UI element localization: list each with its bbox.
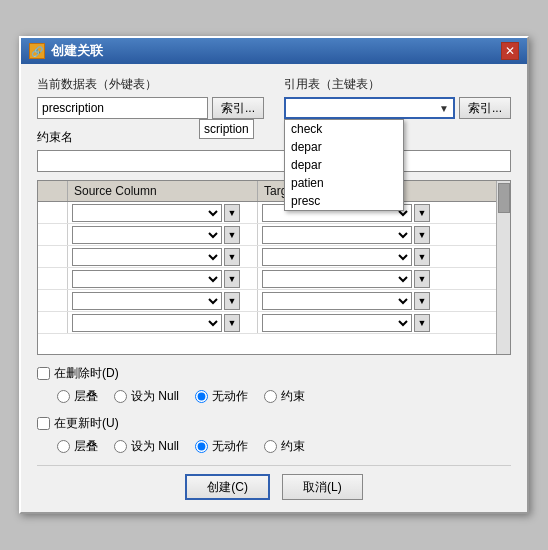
create-button[interactable]: 创建(C) [185, 474, 270, 500]
dialog-body: 当前数据表（外键表） 索引... 引用表（主键表） ▼ [21, 64, 527, 512]
constraint-section: 约束名 [37, 129, 511, 180]
table-section: 当前数据表（外键表） 索引... 引用表（主键表） ▼ [37, 76, 511, 119]
source-cell-3: ▼ [68, 246, 258, 267]
on-update-checkbox[interactable] [37, 417, 50, 430]
source-dropdown-btn-4[interactable]: ▼ [224, 270, 240, 288]
left-table-section: 当前数据表（外键表） 索引... [37, 76, 264, 119]
update-restrict[interactable]: 约束 [264, 438, 305, 455]
dialog-icon: 🔗 [29, 43, 45, 59]
target-select-3[interactable] [262, 248, 412, 266]
table-row: ▼ ▼ [38, 246, 510, 268]
col-header-source: Source Column [68, 181, 258, 201]
table-row: ▼ ▼ [38, 312, 510, 334]
source-select-1[interactable] [72, 204, 222, 222]
right-table-dropdown-container: ▼ check depar depar patien presc scripti… [284, 97, 455, 119]
left-table-input[interactable] [37, 97, 208, 119]
update-no-action[interactable]: 无动作 [195, 438, 248, 455]
table-row: ▼ ▼ [38, 290, 510, 312]
cancel-button[interactable]: 取消(L) [282, 474, 363, 500]
delete-restrict[interactable]: 约束 [264, 388, 305, 405]
on-delete-label: 在删除时(D) [54, 365, 119, 382]
row-num [38, 268, 68, 289]
constraint-label: 约束名 [37, 129, 511, 146]
update-set-null[interactable]: 设为 Null [114, 438, 179, 455]
delete-set-null[interactable]: 设为 Null [114, 388, 179, 405]
on-update-label: 在更新时(U) [54, 415, 119, 432]
target-dropdown-btn-6[interactable]: ▼ [414, 314, 430, 332]
row-num [38, 246, 68, 267]
row-num [38, 202, 68, 223]
source-cell-2: ▼ [68, 224, 258, 245]
update-cascade[interactable]: 层叠 [57, 438, 98, 455]
col-header-num [38, 181, 68, 201]
target-dropdown-btn-4[interactable]: ▼ [414, 270, 430, 288]
table-row: ▼ ▼ [38, 268, 510, 290]
right-table-dropdown[interactable]: ▼ [284, 97, 455, 119]
dropdown-item-check[interactable]: check [285, 120, 403, 138]
source-dropdown-btn-1[interactable]: ▼ [224, 204, 240, 222]
source-select-3[interactable] [72, 248, 222, 266]
source-select-2[interactable] [72, 226, 222, 244]
source-cell-1: ▼ [68, 202, 258, 223]
target-cell-2: ▼ [258, 224, 510, 245]
target-dropdown-btn-2[interactable]: ▼ [414, 226, 430, 244]
table-header: Source Column Target Colum [38, 181, 510, 202]
target-select-6[interactable] [262, 314, 412, 332]
on-delete-options: 层叠 设为 Null 无动作 约束 [57, 388, 511, 405]
source-select-6[interactable] [72, 314, 222, 332]
target-cell-3: ▼ [258, 246, 510, 267]
row-num [38, 224, 68, 245]
target-select-4[interactable] [262, 270, 412, 288]
bottom-buttons: 创建(C) 取消(L) [37, 465, 511, 500]
dropdown-item-presc[interactable]: presc [285, 192, 403, 210]
source-cell-4: ▼ [68, 268, 258, 289]
row-num [38, 312, 68, 333]
target-select-5[interactable] [262, 292, 412, 310]
source-dropdown-btn-3[interactable]: ▼ [224, 248, 240, 266]
target-cell-4: ▼ [258, 268, 510, 289]
delete-cascade[interactable]: 层叠 [57, 388, 98, 405]
left-table-label: 当前数据表（外键表） [37, 76, 264, 93]
on-delete-checkbox[interactable] [37, 367, 50, 380]
on-delete-row: 在删除时(D) [37, 365, 511, 382]
table-row: ▼ ▼ [38, 202, 510, 224]
scrollbar-thumb[interactable] [498, 183, 510, 213]
title-bar: 🔗 创建关联 ✕ [21, 38, 527, 64]
close-button[interactable]: ✕ [501, 42, 519, 60]
dropdown-item-patien[interactable]: patien [285, 174, 403, 192]
target-dropdown-btn-1[interactable]: ▼ [414, 204, 430, 222]
table-row: ▼ ▼ [38, 224, 510, 246]
delete-no-action[interactable]: 无动作 [195, 388, 248, 405]
source-dropdown-btn-6[interactable]: ▼ [224, 314, 240, 332]
right-table-label: 引用表（主键表） [284, 76, 511, 93]
create-relation-dialog: 🔗 创建关联 ✕ 当前数据表（外键表） 索引... 引用表（主键表） [19, 36, 529, 514]
right-index-button[interactable]: 索引... [459, 97, 511, 119]
vertical-scrollbar[interactable] [496, 181, 510, 354]
on-update-row: 在更新时(U) [37, 415, 511, 432]
target-cell-6: ▼ [258, 312, 510, 333]
dropdown-menu: check depar depar patien presc [284, 119, 404, 211]
source-select-5[interactable] [72, 292, 222, 310]
source-select-4[interactable] [72, 270, 222, 288]
chevron-down-icon: ▼ [439, 103, 449, 114]
target-cell-5: ▼ [258, 290, 510, 311]
target-select-2[interactable] [262, 226, 412, 244]
left-table-input-row: 索引... [37, 97, 264, 119]
dropdown-item-depar2[interactable]: depar [285, 156, 403, 174]
prescription-overlay: scription [199, 119, 254, 139]
dropdown-item-depar1[interactable]: depar [285, 138, 403, 156]
on-update-options: 层叠 设为 Null 无动作 约束 [57, 438, 511, 455]
source-cell-5: ▼ [68, 290, 258, 311]
constraint-input[interactable] [37, 150, 511, 172]
source-dropdown-btn-2[interactable]: ▼ [224, 226, 240, 244]
left-index-button[interactable]: 索引... [212, 97, 264, 119]
column-table: Source Column Target Colum ▼ ▼ [37, 180, 511, 355]
right-table-input-row: ▼ check depar depar patien presc scripti… [284, 97, 511, 119]
right-table-section: 引用表（主键表） ▼ check depar depar patien [284, 76, 511, 119]
dialog-title: 创建关联 [51, 42, 103, 60]
row-num [38, 290, 68, 311]
source-cell-6: ▼ [68, 312, 258, 333]
target-dropdown-btn-5[interactable]: ▼ [414, 292, 430, 310]
target-dropdown-btn-3[interactable]: ▼ [414, 248, 430, 266]
source-dropdown-btn-5[interactable]: ▼ [224, 292, 240, 310]
